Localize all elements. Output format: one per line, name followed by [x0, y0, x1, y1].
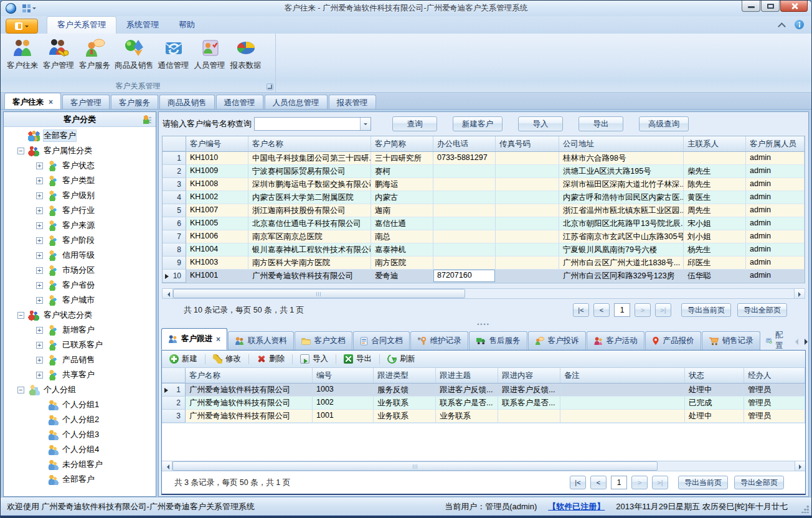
tab-contract-documents[interactable]: 合同文档	[353, 331, 410, 350]
tree-expander-icon[interactable]	[36, 177, 43, 184]
column-header[interactable]: 跟进主题	[436, 368, 498, 383]
table-row[interactable]: 4 KH1002 内蒙古医科大学第二附属医院 内蒙古 内蒙古呼和浩特市回民区内蒙…	[163, 191, 805, 204]
table-row[interactable]: 3 KH1008 深圳市鹏海运电子数据交换有限公司 鹏海运 深圳市福田区深南大道…	[163, 178, 805, 191]
column-header[interactable]: 公司地址	[559, 136, 684, 151]
tree-expander-icon[interactable]	[36, 267, 43, 274]
tree-item[interactable]: 个人分组3	[4, 427, 156, 442]
column-header[interactable]: 经办人	[744, 368, 805, 383]
resize-grip-icon[interactable]	[801, 506, 809, 513]
scroll-right-icon[interactable]	[795, 461, 805, 471]
close-button[interactable]	[780, 1, 808, 12]
ribbon-tab-system[interactable]: 系统管理	[116, 17, 169, 34]
ribbon-button-personnel[interactable]: 人员管理	[192, 36, 228, 72]
tree-item[interactable]: 信用等级	[4, 248, 156, 263]
column-header[interactable]: 客户名称	[186, 368, 313, 383]
column-header[interactable]: 状态	[685, 368, 744, 383]
tree-expander-icon[interactable]	[36, 222, 43, 229]
table-row[interactable]: 2 KH1009 宁波赛柯国际贸易有限公司 赛柯 洪塘工业A区洪大路195号 柴…	[163, 165, 805, 178]
ribbon-button-goods-sales[interactable]: 商品及销售	[113, 36, 156, 72]
scrollbar-thumb[interactable]	[173, 289, 465, 298]
tree-item[interactable]: 个人分组2	[4, 412, 156, 427]
table-row[interactable]: 10 KH1001 广州爱奇迪软件科技有限公司 爱奇迪 87207160 广州市…	[163, 270, 805, 283]
doc-tab-goods-sales[interactable]: 商品及销售	[159, 95, 215, 109]
prev-page-button[interactable]: <	[593, 303, 610, 317]
first-page-button[interactable]: |<	[570, 476, 586, 489]
tree-item[interactable]: 全部客户	[4, 472, 156, 487]
column-header[interactable]: 客户所属人员	[746, 136, 805, 151]
tree-expander-icon[interactable]	[36, 282, 43, 289]
tree-expander-icon[interactable]	[36, 327, 43, 334]
column-header[interactable]: 跟进内容	[498, 368, 560, 383]
tree-item[interactable]: 新增客户	[4, 323, 156, 337]
import-button[interactable]: 导入	[298, 352, 331, 365]
tab-customer-documents[interactable]: 客户文档	[295, 331, 352, 350]
ribbon-tab-crm[interactable]: 客户关系管理	[47, 16, 116, 34]
tree-expander-icon[interactable]	[17, 148, 24, 154]
application-menu-button[interactable]	[6, 19, 38, 34]
tree-expander-icon[interactable]	[36, 192, 43, 199]
table-row[interactable]: 7 KH1006 南京军区南京总医院 南总 江苏省南京市玄武区中山东路305号 …	[163, 230, 805, 243]
tree-expander-icon[interactable]	[36, 372, 43, 379]
scrollbar-track[interactable]	[172, 461, 795, 471]
doc-tab-personnel-info[interactable]: 人员信息管理	[265, 95, 328, 109]
pane-splitter[interactable]: ••••	[159, 321, 808, 327]
tab-customer-activities[interactable]: 客户活动	[587, 331, 644, 350]
scroll-left-icon[interactable]	[162, 461, 172, 471]
tab-after-sales-service[interactable]: 售后服务	[469, 331, 527, 350]
tree-item[interactable]: 客户来源	[4, 218, 156, 233]
tree-item[interactable]: 客户类型	[4, 173, 156, 188]
prev-page-button[interactable]: <	[590, 476, 607, 489]
tree-item[interactable]: 客户城市	[4, 293, 156, 308]
ribbon-button-customer-contacts[interactable]: 客户往来	[4, 36, 40, 72]
table-row[interactable]: 8 KH1004 银川嘉泰神机工程软件技术有限公司 嘉泰神机 宁夏银川凤凰南街7…	[163, 243, 805, 257]
export-all-pages-button[interactable]: 导出全部页	[737, 303, 787, 317]
scrollbar-track[interactable]	[173, 289, 794, 298]
registered-link[interactable]: 【软件已注册】	[548, 501, 605, 512]
tree-expander-icon[interactable]	[36, 342, 43, 349]
export-current-page-button[interactable]: 导出当前页	[678, 476, 728, 489]
tree-item[interactable]: 已联系客户	[4, 337, 156, 352]
column-header[interactable]: 办公电话	[433, 136, 496, 151]
doc-tab-customer-management[interactable]: 客户管理	[62, 95, 110, 109]
page-number-input[interactable]	[611, 476, 627, 489]
doc-tab-report-management[interactable]: 报表管理	[329, 95, 376, 109]
doc-tab-customer-contacts[interactable]: 客户往来 ×	[4, 93, 61, 109]
combo-dropdown-button[interactable]	[360, 118, 371, 130]
doc-tab-communication[interactable]: 通信管理	[216, 95, 263, 109]
tree-item[interactable]: 共享客户	[4, 367, 156, 382]
column-header[interactable]: 编号	[313, 368, 374, 383]
tree-item[interactable]: 客户行业	[4, 203, 156, 218]
tree-expander-icon[interactable]	[36, 207, 43, 214]
delete-button[interactable]: 删除	[254, 352, 287, 365]
close-tab-icon[interactable]: ×	[49, 98, 53, 106]
last-page-button[interactable]: >|	[655, 303, 671, 317]
scroll-tabs-right-icon[interactable]	[805, 339, 809, 345]
table-row[interactable]: 1 广州爱奇迪软件科技有限公司 1003 服务反馈 跟进客户反馈... 跟进客户…	[162, 384, 805, 397]
tree-expander-icon[interactable]	[17, 387, 24, 393]
tree-expander-icon[interactable]	[36, 297, 43, 304]
scroll-right-icon[interactable]	[794, 289, 805, 298]
info-icon[interactable]	[795, 20, 804, 29]
tab-customer-followup[interactable]: 客户跟进 ×	[161, 328, 227, 350]
tab-contact-info[interactable]: 联系人资料	[228, 331, 294, 350]
ribbon-button-customer-management[interactable]: 客户管理	[40, 36, 77, 72]
tree-expander-icon[interactable]	[36, 357, 43, 364]
tab-sales-records[interactable]: 销售记录	[702, 331, 760, 350]
ribbon-tab-help[interactable]: 帮助	[169, 17, 205, 34]
next-page-button[interactable]: >	[631, 476, 648, 489]
tree-item[interactable]: 个人分组1	[4, 397, 156, 412]
tab-customer-complaints[interactable]: 客户投诉	[528, 331, 586, 350]
tree-item[interactable]: 客户状态	[4, 158, 156, 173]
tree-item[interactable]: 客户状态分类	[4, 308, 156, 323]
configure-tabs-button[interactable]: 配置	[761, 331, 791, 350]
followup-horizontal-scrollbar[interactable]	[162, 461, 805, 471]
tree-expander-icon[interactable]	[36, 237, 43, 244]
ribbon-button-customer-service[interactable]: 客户服务	[77, 36, 113, 72]
tree-item[interactable]: 产品销售	[4, 352, 156, 367]
maximize-button[interactable]	[761, 1, 780, 12]
last-page-button[interactable]: >|	[652, 476, 668, 489]
person-list-icon[interactable]	[143, 115, 152, 124]
customers-horizontal-scrollbar[interactable]	[162, 288, 805, 299]
refresh-button[interactable]: 刷新	[385, 352, 418, 365]
scroll-tabs-left-icon[interactable]	[792, 339, 798, 345]
